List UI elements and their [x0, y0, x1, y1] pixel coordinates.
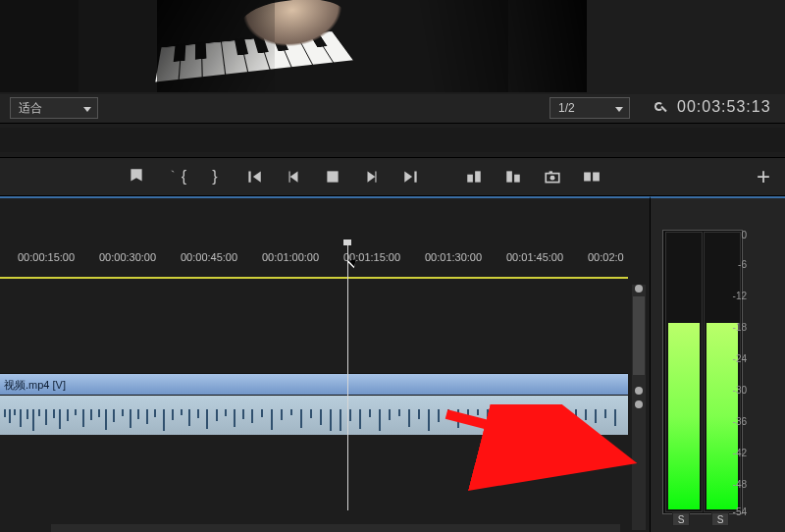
- go-to-in-button[interactable]: [243, 166, 265, 187]
- audio-meter-panel: 0 -6 -12 -18 -24 -30 -36 -42 -48 -54 S S: [650, 196, 785, 532]
- mark-out-button[interactable]: }: [204, 166, 226, 187]
- ruler-tick-label: 00:00:30:00: [99, 251, 156, 263]
- svg-rect-4: [514, 175, 520, 183]
- extract-button[interactable]: [502, 166, 524, 187]
- ruler-tick-label: 00:01:30:00: [425, 251, 482, 263]
- ruler-tick-label: 00:01:00:00: [262, 251, 319, 263]
- zoom-fit-dropdown[interactable]: 适合: [10, 97, 98, 119]
- svg-rect-8: [584, 173, 591, 182]
- video-clip-label: 视频.mp4 [V]: [4, 379, 66, 391]
- resolution-label: 1/2: [558, 101, 575, 115]
- svg-point-6: [550, 176, 555, 181]
- settings-wrench-icon[interactable]: [652, 99, 669, 117]
- spacer-strip: [0, 128, 785, 152]
- video-clip[interactable]: 视频.mp4 [V]: [0, 374, 628, 396]
- resolution-dropdown[interactable]: 1/2: [550, 97, 630, 119]
- ruler-tick-label: 00:01:45:00: [506, 251, 563, 263]
- playhead[interactable]: [347, 245, 348, 510]
- audio-meter-right-channel: [704, 232, 741, 512]
- step-forward-button[interactable]: [361, 166, 383, 187]
- go-to-out-button[interactable]: [400, 166, 422, 187]
- svg-rect-7: [550, 171, 552, 173]
- timeline-panel: 00:00:15:00 00:00:30:00 00:00:45:00 00:0…: [0, 196, 650, 532]
- svg-rect-1: [467, 175, 473, 183]
- program-timecode[interactable]: 00:03:53:13: [677, 98, 771, 116]
- video-track-1[interactable]: 视频.mp4 [V]: [0, 373, 628, 395]
- solo-left-button[interactable]: S: [672, 512, 690, 526]
- zoom-fit-label: 适合: [19, 100, 42, 117]
- work-area-bar[interactable]: [0, 277, 628, 279]
- stop-button[interactable]: [322, 166, 343, 187]
- level-fill: [668, 323, 700, 509]
- ruler-tick-label: 00:00:15:00: [18, 251, 75, 263]
- export-frame-button[interactable]: [542, 166, 563, 187]
- ruler-tick-label: 00:00:45:00: [181, 251, 237, 263]
- timeline-horizontal-scrollbar[interactable]: [51, 524, 620, 532]
- timeline-vertical-scrollbar[interactable]: [632, 285, 646, 530]
- marker-icon[interactable]: [126, 166, 147, 187]
- program-monitor[interactable]: [78, 0, 508, 92]
- time-ruler[interactable]: 00:00:15:00 00:00:30:00 00:00:45:00 00:0…: [0, 251, 628, 271]
- svg-rect-3: [506, 171, 512, 182]
- audio-track-1[interactable]: [0, 395, 628, 434]
- audio-clip[interactable]: [0, 396, 628, 435]
- ruler-tick-label: 00:02:0: [588, 251, 624, 263]
- svg-rect-2: [475, 171, 481, 182]
- step-back-button[interactable]: [283, 166, 304, 187]
- svg-rect-0: [327, 171, 338, 182]
- mouse-cursor-icon: [349, 257, 361, 275]
- audio-meter[interactable]: [662, 230, 743, 514]
- transport-toolbar: { }: [0, 157, 785, 196]
- svg-rect-9: [593, 173, 600, 182]
- button-editor-plus[interactable]: +: [752, 165, 775, 188]
- audio-meter-left-channel: [665, 232, 703, 512]
- audio-waveform: [0, 399, 628, 431]
- solo-right-button[interactable]: S: [711, 512, 729, 526]
- program-monitor-wrap: [0, 0, 508, 92]
- lift-button[interactable]: [463, 166, 485, 187]
- mark-in-button[interactable]: {: [165, 166, 186, 187]
- comparison-view-button[interactable]: [581, 166, 602, 187]
